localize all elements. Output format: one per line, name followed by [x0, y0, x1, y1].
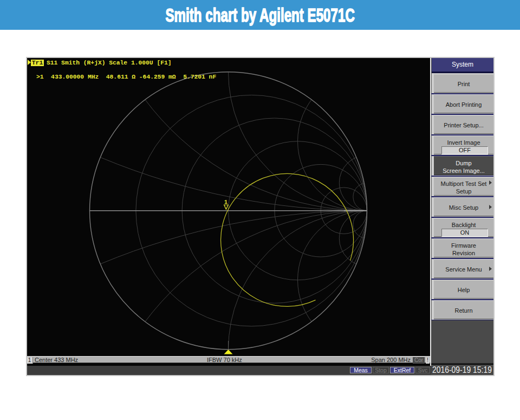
svg-text:1: 1	[224, 199, 227, 205]
